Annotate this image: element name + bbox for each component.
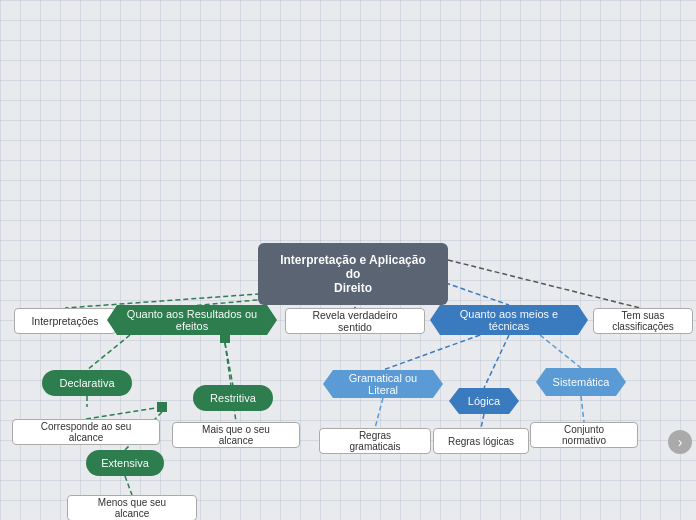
svg-line-12: [125, 476, 132, 495]
svg-line-14: [484, 335, 509, 388]
node-revela[interactable]: Revela verdadeiro sentido: [285, 308, 425, 334]
svg-line-10: [86, 407, 162, 419]
expand-right-button[interactable]: ›: [668, 430, 692, 454]
node-mais-alcance[interactable]: Mais que o seu alcance: [172, 422, 300, 448]
svg-line-17: [481, 414, 484, 428]
connector-square-1: [220, 333, 230, 343]
node-declarativa[interactable]: Declarativa: [42, 370, 132, 396]
svg-line-15: [540, 335, 581, 368]
connector-square-2: [157, 402, 167, 412]
node-sistematica[interactable]: Sistemática: [536, 368, 626, 396]
node-interpretacoes[interactable]: Interpretações: [14, 308, 116, 334]
node-regras-gram[interactable]: Regras gramaticais: [319, 428, 431, 454]
node-corresponde[interactable]: Corresponde ao seu alcance: [12, 419, 160, 445]
svg-line-13: [383, 335, 480, 370]
node-tem-classificacoes[interactable]: Tem suas classificações: [593, 308, 693, 334]
svg-line-4: [448, 260, 640, 308]
svg-line-16: [375, 398, 383, 428]
node-logica[interactable]: Lógica: [449, 388, 519, 414]
svg-line-18: [581, 396, 584, 422]
node-restritiva[interactable]: Restritiva: [193, 385, 273, 411]
node-quanto-resultados[interactable]: Quanto aos Resultados ou efeitos: [107, 305, 277, 335]
root-node[interactable]: Interpretação e Aplicação doDireito: [258, 243, 448, 305]
node-menos-alcance[interactable]: Menos que seu alcance: [67, 495, 197, 520]
node-regras-log[interactable]: Regras lógicas: [433, 428, 529, 454]
node-extensiva[interactable]: Extensiva: [86, 450, 164, 476]
svg-line-6: [225, 343, 233, 386]
svg-line-8: [87, 335, 130, 370]
node-conjunto-norm[interactable]: Conjunto normativo: [530, 422, 638, 448]
node-quanto-meios[interactable]: Quanto aos meios e técnicas: [430, 305, 588, 335]
node-gramatical[interactable]: Gramatical ou Literal: [323, 370, 443, 398]
